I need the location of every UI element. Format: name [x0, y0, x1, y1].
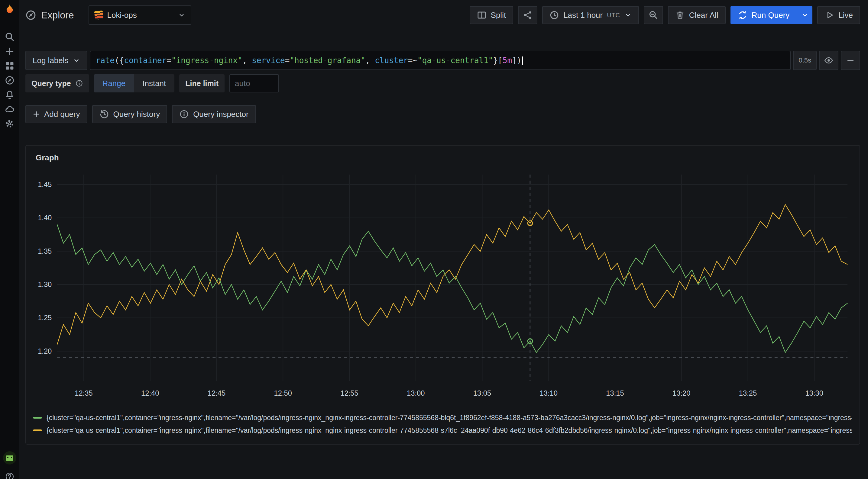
panel-title[interactable]: Graph — [33, 152, 59, 169]
run-query-group: Run Query — [731, 6, 813, 24]
trash-icon — [675, 10, 685, 20]
sidebar-item-dashboards[interactable] — [0, 59, 19, 73]
disable-query-button[interactable] — [819, 51, 838, 70]
sidebar-item-configuration[interactable] — [0, 116, 19, 131]
split-button[interactable]: Split — [470, 6, 514, 24]
plus-icon — [5, 46, 14, 56]
query-type-label: Query type — [25, 74, 89, 93]
sidebar-item-explore[interactable] — [0, 73, 19, 88]
legend-series-color — [33, 417, 42, 419]
query-token: "ingress-nginx" — [172, 56, 242, 65]
tab-range[interactable]: Range — [94, 74, 134, 93]
legend-series-color — [33, 430, 42, 431]
zoom-out-button[interactable] — [644, 6, 663, 24]
avatar-figure — [6, 455, 13, 461]
svg-text:1.30: 1.30 — [38, 280, 52, 288]
legend-series-label: {cluster="qa-us-central1",container="ing… — [46, 426, 852, 435]
share-button[interactable] — [518, 6, 537, 24]
query-token: , — [242, 56, 252, 65]
compass-icon — [25, 10, 36, 21]
split-pane-icon — [477, 10, 487, 20]
query-token: [ — [498, 56, 503, 65]
query-actions-row: Add query Query history Query inspector — [25, 105, 860, 123]
info-circle-icon[interactable] — [75, 79, 83, 87]
compass-icon — [5, 75, 14, 85]
add-query-button[interactable]: Add query — [25, 105, 87, 123]
query-token: cluster — [375, 56, 408, 65]
query-token: "qa-us-central1" — [417, 56, 493, 65]
chevron-down-icon — [624, 11, 632, 19]
bell-icon — [5, 90, 14, 100]
live-label: Live — [838, 10, 853, 20]
svg-text:1.35: 1.35 — [38, 247, 52, 255]
sidebar-item-alerting[interactable] — [0, 88, 19, 102]
graph-svg[interactable]: 12:3512:4012:4512:5012:5513:0013:0513:10… — [33, 169, 852, 410]
timezone-label: UTC — [607, 12, 620, 19]
query-token: container — [124, 56, 166, 65]
sidebar-item-help[interactable] — [0, 469, 19, 479]
query-token: = — [166, 56, 172, 65]
line-limit-input[interactable] — [229, 74, 279, 93]
history-icon — [99, 109, 109, 119]
sidebar-bottom — [0, 451, 19, 479]
query-token: =~ — [408, 56, 417, 65]
clear-all-button[interactable]: Clear All — [668, 6, 726, 24]
text-cursor — [522, 57, 523, 65]
info-circle-icon — [179, 109, 189, 119]
cloud-icon — [5, 104, 14, 114]
apps-grid-icon — [5, 61, 14, 71]
query-input[interactable]: rate({container="ingress-nginx", service… — [90, 51, 791, 70]
time-range-picker[interactable]: Last 1 hour UTC — [542, 6, 639, 24]
clear-all-label: Clear All — [689, 10, 718, 20]
time-range-label: Last 1 hour — [563, 10, 602, 20]
svg-text:13:25: 13:25 — [739, 389, 757, 397]
query-history-label: Query history — [113, 110, 160, 119]
plus-icon — [33, 110, 40, 118]
explore-content: Log labels rate({container="ingress-ngin… — [19, 30, 868, 479]
grafana-logo[interactable] — [4, 3, 16, 15]
svg-text:13:20: 13:20 — [673, 389, 690, 397]
run-query-button[interactable]: Run Query — [731, 6, 797, 24]
tab-instant[interactable]: Instant — [134, 74, 175, 93]
sidebar-item-search[interactable] — [0, 30, 19, 44]
gear-icon — [5, 119, 14, 129]
question-circle-icon — [5, 472, 14, 479]
legend-item[interactable]: {cluster="qa-us-central1",container="ing… — [33, 411, 852, 424]
query-text: rate({container="ingress-nginx", service… — [96, 56, 523, 65]
user-avatar[interactable] — [3, 451, 16, 465]
eye-icon — [824, 56, 834, 65]
minus-icon — [846, 56, 855, 65]
query-history-button[interactable]: Query history — [92, 105, 167, 123]
svg-text:12:35: 12:35 — [75, 389, 92, 397]
main-area: Explore Loki-ops Split Last 1 hour UT — [19, 0, 868, 479]
add-query-label: Add query — [44, 110, 80, 119]
svg-text:13:15: 13:15 — [606, 389, 624, 397]
log-labels-dropdown[interactable]: Log labels — [25, 51, 87, 70]
query-inspector-button[interactable]: Query inspector — [172, 105, 256, 123]
svg-text:13:00: 13:00 — [407, 389, 425, 397]
zoom-out-icon — [649, 10, 658, 20]
log-labels-label: Log labels — [33, 56, 69, 65]
loki-logo-icon — [94, 10, 103, 20]
run-query-dropdown[interactable] — [797, 6, 812, 24]
legend-item[interactable]: {cluster="qa-us-central1",container="ing… — [33, 424, 852, 437]
svg-text:13:30: 13:30 — [805, 389, 823, 397]
sidebar-item-cloud[interactable] — [0, 102, 19, 116]
query-editor-row: Log labels rate({container="ingress-ngin… — [25, 51, 860, 70]
graph-legend: {cluster="qa-us-central1",container="ing… — [33, 410, 852, 439]
remove-query-button[interactable] — [841, 51, 860, 70]
query-options-row: Query type Range Instant Line limit — [25, 74, 860, 93]
avatar-eyes — [7, 457, 8, 458]
live-button[interactable]: Live — [817, 6, 860, 24]
query-token: 5m — [503, 56, 512, 65]
chevron-down-icon — [801, 11, 808, 19]
query-token: service — [252, 56, 285, 65]
datasource-picker[interactable]: Loki-ops — [89, 5, 191, 25]
graph-panel: Graph 12:3512:4012:4512:5012:5513:0013:0… — [25, 145, 860, 445]
sidebar-item-create[interactable] — [0, 44, 19, 59]
sidebar — [0, 0, 19, 479]
svg-text:12:45: 12:45 — [208, 389, 225, 397]
svg-text:13:10: 13:10 — [540, 389, 558, 397]
split-label: Split — [491, 10, 506, 20]
grafana-flame-icon — [4, 3, 16, 15]
